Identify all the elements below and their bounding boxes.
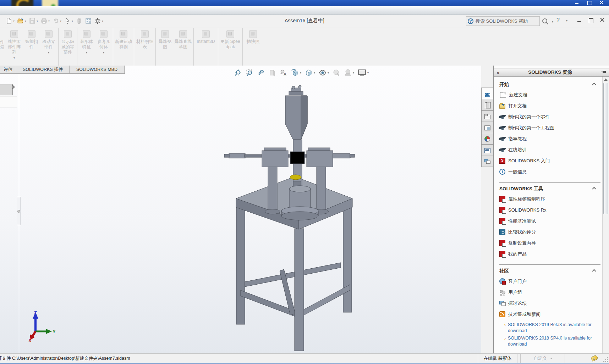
scroll-up-icon[interactable]: [604, 78, 608, 81]
tab-design-library[interactable]: [481, 99, 493, 110]
shaft-knob[interactable]: [350, 154, 355, 157]
graphics-viewport[interactable]: A ▾ ▾ ▾ ▾ ▾: [0, 66, 481, 353]
community-link-discussion-forum[interactable]: 探讨论坛: [499, 298, 600, 309]
center-hub[interactable]: [290, 152, 304, 164]
tool-link-performance-benchmark[interactable]: 性能基准测试: [499, 215, 600, 226]
community-link-user-groups[interactable]: 用户组: [499, 287, 600, 298]
ribbon-assembly-features-button[interactable]: 装配体特征▾: [78, 30, 95, 65]
ribbon-move-component-button[interactable]: 移动零部件▾: [40, 30, 57, 65]
ribbon-new-motion-study-button[interactable]: 新建运动算例: [114, 30, 133, 65]
zoom-to-fit-icon[interactable]: [234, 68, 243, 77]
ribbon-take-snapshot-button[interactable]: 拍快照: [243, 30, 263, 65]
zoom-to-area-icon[interactable]: [245, 68, 254, 77]
help-caret[interactable]: ▾: [566, 19, 567, 22]
tag-icon[interactable]: [591, 355, 598, 362]
collapse-section-icon[interactable]: [592, 83, 596, 86]
search-input[interactable]: 搜索 SOLIDWORKS 帮助: [476, 18, 528, 24]
view-settings-icon[interactable]: ▾: [357, 68, 369, 77]
tab-evaluate[interactable]: 评估: [0, 66, 16, 73]
community-link-customer-portal[interactable]: 客户门户: [499, 276, 600, 287]
collapse-section-icon[interactable]: [592, 269, 596, 273]
ribbon-reference-geometry-button[interactable]: 参考几何体▾: [95, 30, 112, 65]
gearbox-right[interactable]: [307, 151, 333, 167]
shaft-right[interactable]: [333, 153, 350, 158]
tab-forum[interactable]: [481, 156, 493, 167]
ribbon-smart-fasteners-button[interactable]: 智能扣件: [23, 30, 40, 65]
resource-link-getting-started[interactable]: SOLIDWORKS 入门: [499, 155, 600, 166]
shaft-knob[interactable]: [224, 154, 229, 157]
tool-link-solidworks-rx[interactable]: SOLIDWORKS Rx: [499, 205, 600, 215]
table-leg[interactable]: [236, 207, 245, 324]
desktop-minimize-icon[interactable]: [575, 0, 579, 4]
support-cylinder[interactable]: [268, 167, 277, 211]
search-options-caret[interactable]: ▾: [552, 20, 553, 23]
tab-custom-properties[interactable]: [481, 144, 493, 156]
table-brace[interactable]: [245, 263, 341, 287]
collapse-section-icon[interactable]: [592, 187, 596, 191]
resource-link-first-part[interactable]: 制作我的第一个零件: [499, 111, 600, 122]
tab-solidworks-mbd[interactable]: SOLIDWORKS MBD: [70, 66, 125, 73]
apply-scene-icon[interactable]: ▾: [343, 68, 355, 77]
vessel-top[interactable]: [289, 186, 311, 192]
app-close-icon[interactable]: [600, 18, 605, 22]
ribbon-linear-pattern-button[interactable]: 线性零部件阵列▾: [5, 30, 23, 65]
view-orientation-icon[interactable]: ▾: [290, 68, 302, 77]
table-leg[interactable]: [295, 229, 304, 351]
support-flange[interactable]: [265, 209, 280, 214]
ribbon-exploded-view-button[interactable]: 爆炸视图: [157, 30, 174, 65]
support-cylinder[interactable]: [317, 167, 326, 211]
tab-file-explorer[interactable]: [481, 110, 493, 122]
cylinder-cap[interactable]: [289, 91, 303, 95]
tab-view-palette[interactable]: [481, 122, 493, 133]
dynamic-annotation-views-icon[interactable]: A: [279, 68, 288, 77]
cylinder-fitting[interactable]: [292, 86, 295, 89]
desktop-close-icon[interactable]: [599, 0, 604, 4]
tab-appearances[interactable]: [481, 133, 493, 144]
shaft-left[interactable]: [229, 153, 245, 158]
news-item[interactable]: › SOLIDWORKS 2018 SP4.0 is available for…: [499, 335, 600, 347]
news-link[interactable]: SOLIDWORKS 2018 SP4.0 is available for d…: [508, 335, 600, 347]
resource-link-tutorials[interactable]: 指导教程: [499, 133, 600, 144]
base-plate-bottom[interactable]: [281, 212, 318, 220]
tab-solidworks-addins[interactable]: SOLIDWORKS 插件: [16, 66, 70, 73]
column-head-side[interactable]: [301, 96, 307, 140]
scrollbar-thumb[interactable]: [603, 83, 608, 214]
section-view-icon[interactable]: [268, 68, 277, 77]
pin-icon[interactable]: [601, 70, 607, 75]
table-leg[interactable]: [343, 206, 352, 312]
resource-link-first-drawing[interactable]: 制作我的第一个工程图: [499, 122, 600, 133]
yellow-ring-part[interactable]: [290, 175, 301, 180]
resource-link-general-info[interactable]: 一般信息: [499, 166, 600, 177]
hide-show-items-icon[interactable]: ▾: [318, 68, 330, 77]
status-custom-menu[interactable]: 自定义▾: [520, 354, 565, 363]
tool-link-my-products[interactable]: 我的产品: [499, 248, 600, 259]
resource-link-new-document[interactable]: 新建文档: [499, 89, 600, 100]
table-brace[interactable]: [299, 285, 350, 318]
task-pane-scrollbar[interactable]: [602, 77, 609, 353]
search-button[interactable]: [541, 18, 550, 27]
ribbon-show-hidden-components-button[interactable]: 显示隐藏的零部件: [59, 30, 76, 65]
news-item[interactable]: › SOLIDWORKS 2019 Beta3 is available for…: [499, 322, 600, 334]
tool-link-compare-my-score[interactable]: 比较我的评分: [499, 226, 600, 237]
app-maximize-icon[interactable]: [588, 18, 593, 22]
previous-view-icon[interactable]: [256, 68, 265, 77]
ribbon-instant3d-button[interactable]: Instant3D: [194, 30, 217, 65]
tool-link-property-tab-builder[interactable]: 属性标签编制程序: [499, 194, 600, 205]
tool-link-copy-settings-wizard[interactable]: 复制设置向导: [499, 237, 600, 248]
ribbon-bill-of-materials-button[interactable]: 材料明细表: [135, 30, 155, 65]
display-style-icon[interactable]: ▾: [304, 68, 316, 77]
desktop-maximize-icon[interactable]: [587, 0, 592, 4]
tab-solidworks-resources[interactable]: [481, 88, 493, 99]
collapse-pane-icon[interactable]: «: [496, 69, 499, 75]
ribbon-update-speedpak-button[interactable]: 更新 Speedpak: [219, 30, 242, 65]
news-link[interactable]: SOLIDWORKS 2019 Beta3 is available for d…: [508, 322, 600, 334]
assembly-model[interactable]: [0, 66, 481, 353]
resource-link-open-document[interactable]: 打开文档: [499, 100, 600, 111]
gearbox-left[interactable]: [262, 151, 288, 167]
cylinder-fitting[interactable]: [298, 85, 301, 88]
resource-link-online-training[interactable]: 在线培训: [499, 144, 600, 155]
help-search-box[interactable]: ? 搜索 SOLIDWORKS 帮助: [466, 16, 540, 26]
community-link-tech-alerts-news[interactable]: 技术警戒和新闻: [499, 309, 600, 320]
app-minimize-icon[interactable]: [577, 18, 582, 22]
resize-grip[interactable]: [603, 357, 608, 362]
